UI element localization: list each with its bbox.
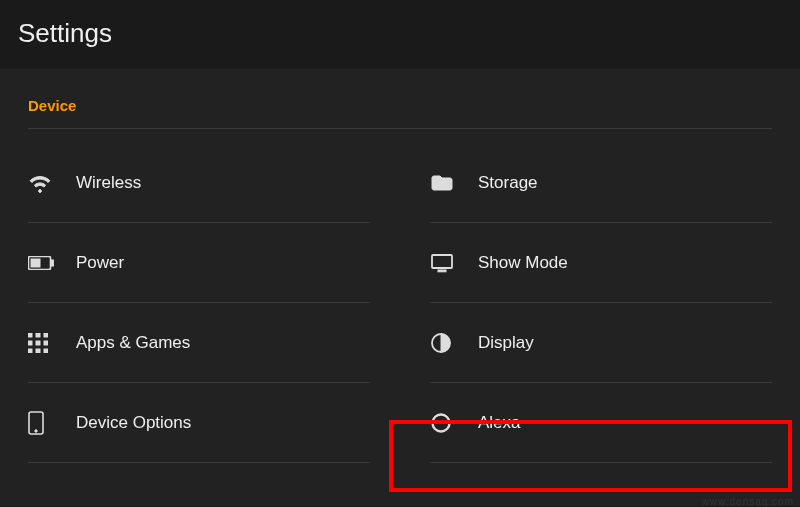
svg-rect-12 (36, 349, 40, 353)
svg-rect-3 (432, 255, 452, 268)
battery-icon (28, 256, 76, 270)
svg-rect-6 (36, 333, 40, 337)
folder-icon (430, 171, 478, 195)
settings-item-apps-games[interactable]: Apps & Games (28, 303, 370, 383)
settings-item-show-mode[interactable]: Show Mode (430, 223, 772, 303)
svg-rect-13 (44, 349, 48, 353)
watermark: www.densaq.com (702, 496, 794, 507)
settings-item-label: Display (478, 333, 772, 353)
settings-item-label: Storage (478, 173, 772, 193)
settings-item-display[interactable]: Display (430, 303, 772, 383)
device-icon (28, 411, 76, 435)
svg-rect-2 (31, 259, 40, 267)
section-device-label: Device (28, 97, 772, 129)
settings-item-wireless[interactable]: Wireless (28, 143, 370, 223)
settings-item-power[interactable]: Power (28, 223, 370, 303)
settings-item-alexa[interactable]: Alexa (430, 383, 772, 463)
svg-rect-4 (438, 270, 446, 272)
svg-rect-8 (28, 341, 32, 345)
svg-rect-1 (52, 260, 54, 266)
settings-item-label: Wireless (76, 173, 370, 193)
svg-rect-7 (44, 333, 48, 337)
settings-item-label: Apps & Games (76, 333, 370, 353)
contrast-icon (430, 332, 478, 354)
svg-rect-5 (28, 333, 32, 337)
alexa-icon (430, 412, 478, 434)
settings-content: Device Wireless Storage Power S (0, 69, 800, 506)
settings-header: Settings (0, 0, 800, 69)
svg-rect-9 (36, 341, 40, 345)
svg-rect-11 (28, 349, 32, 353)
settings-grid: Wireless Storage Power Show Mode (28, 143, 772, 463)
svg-point-16 (35, 429, 37, 431)
settings-item-storage[interactable]: Storage (430, 143, 772, 223)
settings-item-label: Device Options (76, 413, 370, 433)
monitor-icon (430, 251, 478, 275)
page-title: Settings (18, 18, 782, 49)
settings-item-label: Power (76, 253, 370, 273)
svg-rect-10 (44, 341, 48, 345)
apps-grid-icon (28, 333, 76, 353)
settings-item-device-options[interactable]: Device Options (28, 383, 370, 463)
wifi-icon (28, 171, 76, 195)
settings-item-label: Alexa (478, 413, 772, 433)
settings-item-label: Show Mode (478, 253, 772, 273)
svg-point-17 (433, 414, 450, 431)
